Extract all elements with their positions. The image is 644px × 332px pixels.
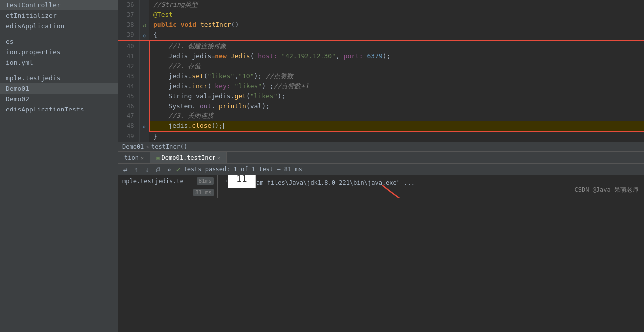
down-arrow-icon[interactable]: ↓	[143, 165, 151, 173]
breadcrumb: Demo01 > testIncr()	[118, 142, 644, 152]
more-icon[interactable]: »	[165, 165, 173, 173]
line-content-39: {	[149, 30, 644, 41]
table-row: 37 @Test	[118, 10, 644, 20]
result-number-box: 11	[228, 175, 256, 188]
test-right-panel: "D:\program files\Java\jdk1.8.0_221\bin\…	[218, 175, 644, 198]
line-number-36: 36	[118, 0, 139, 10]
test-item-label-1: mple.testjedis.te	[122, 178, 184, 185]
line-gutter-41	[139, 51, 149, 61]
tab-demo01-close[interactable]: ✕	[217, 155, 220, 161]
list-item[interactable]: mple.testjedis.te 81ms	[118, 175, 217, 187]
collapse-all-icon[interactable]: ⇄	[121, 165, 129, 173]
line-content-44: jedis.incr( key: "likes") ;//点赞数+1	[149, 81, 644, 91]
line-number-47: 47	[118, 111, 139, 121]
table-row: 44 jedis.incr( key: "likes") ;//点赞数+1	[118, 81, 644, 91]
sidebar-item-ionyml[interactable]: ion.yml	[0, 57, 118, 68]
test-status-text: Tests passed: 1 of 1 test – 81 ms	[183, 166, 302, 173]
line-content-47: //3. 关闭连接	[149, 111, 644, 121]
line-number-43: 43	[118, 71, 139, 81]
line-content-36: //String类型	[149, 0, 644, 10]
line-gutter-38: ↺	[139, 20, 149, 30]
line-gutter-46	[139, 101, 149, 111]
test-left-panel: mple.testjedis.te 81ms 81 ms	[118, 175, 218, 198]
csdn-watermark: CSDN @Java-呆萌老师	[575, 186, 638, 194]
line-gutter-47	[139, 111, 149, 121]
line-content-49: }	[149, 131, 644, 142]
tab-tion-label: tion	[124, 154, 139, 161]
sidebar-item-es[interactable]: es	[0, 36, 118, 47]
sidebar-item-etinitializer[interactable]: etInitializer	[0, 10, 118, 21]
list-item[interactable]: 81 ms	[118, 187, 217, 198]
bottom-tabs: tion ✕ ▣ Demo01.testIncr ✕	[118, 152, 644, 163]
breadcrumb-separator: >	[146, 144, 149, 150]
line-gutter-40	[139, 41, 149, 51]
tab-tion[interactable]: tion ✕	[118, 152, 150, 163]
sidebar-item-demo02[interactable]: Demo02	[0, 94, 118, 104]
line-number-44: 44	[118, 81, 139, 91]
line-content-48: jedis.close();	[149, 121, 644, 131]
line-number-46: 46	[118, 101, 139, 111]
sidebar-item-demo01[interactable]: Demo01	[0, 83, 118, 94]
tab-demo01-testincr[interactable]: ▣ Demo01.testIncr ✕	[150, 152, 227, 163]
line-gutter-36	[139, 0, 149, 10]
up-arrow-icon[interactable]: ↑	[132, 165, 140, 173]
code-table: 36 //String类型 37 @Test 38 ↺ public v	[118, 0, 644, 142]
tab-tion-close[interactable]: ✕	[141, 155, 144, 161]
line-content-43: jedis.set("likes","10"); //点赞数	[149, 71, 644, 81]
line-content-40: //1. 创建连接对象	[149, 41, 644, 51]
line-content-45: String val=jedis.get("likes");	[149, 91, 644, 101]
line-number-42: 42	[118, 61, 139, 71]
line-number-48: 48	[118, 121, 139, 131]
table-row: 42 //2. 存值	[118, 61, 644, 71]
editor-area: 36 //String类型 37 @Test 38 ↺ public v	[118, 0, 644, 332]
line-gutter-39: ◇	[139, 30, 149, 41]
line-number-39: 39	[118, 30, 139, 41]
sidebar-item-ionproperties[interactable]: ion.properties	[0, 47, 118, 57]
test-toolbar: ⇄ ↑ ↓ ⎙ » ✔ Tests passed: 1 of 1 test – …	[118, 164, 644, 175]
line-number-38: 38	[118, 20, 139, 30]
code-wrapper: 36 //String类型 37 @Test 38 ↺ public v	[118, 0, 644, 152]
table-row: 46 System. out. println(val);	[118, 101, 644, 111]
sidebar-item-edisapplication[interactable]: edisApplication	[0, 21, 118, 31]
line-content-38: public void testIncr()	[149, 20, 644, 30]
line-number-40: 40	[118, 41, 139, 51]
sidebar-spacer-1	[0, 31, 118, 36]
bookmark-39[interactable]: ◇	[143, 33, 146, 38]
table-row: 45 String val=jedis.get("likes");	[118, 91, 644, 101]
line-gutter-37	[139, 10, 149, 20]
line-gutter-45	[139, 91, 149, 101]
line-content-41: Jedis jedis=new Jedis( host: "42.192.12.…	[149, 51, 644, 61]
table-row: 48 ◇ jedis.close();	[118, 121, 644, 131]
sidebar-item-testjedis[interactable]: mple.testjedis	[0, 73, 118, 83]
breadcrumb-part-2[interactable]: testIncr()	[151, 143, 187, 150]
test-time-2: 81 ms	[193, 189, 214, 196]
sidebar-spacer-2	[0, 68, 118, 73]
export-icon[interactable]: ⎙	[154, 165, 162, 173]
bookmark-48[interactable]: ◇	[143, 124, 146, 129]
line-gutter-48: ◇	[139, 121, 149, 131]
breadcrumb-part-1[interactable]: Demo01	[122, 143, 144, 150]
tab-demo01-label: Demo01.testIncr	[162, 154, 215, 161]
line-content-42: //2. 存值	[149, 61, 644, 71]
code-container[interactable]: 36 //String类型 37 @Test 38 ↺ public v	[118, 0, 644, 142]
run-icon[interactable]: ↺	[143, 22, 146, 29]
sidebar-item-testcontroller[interactable]: testController	[0, 0, 118, 10]
main-area: testController etInitializer edisApplica…	[0, 0, 644, 332]
line-gutter-42	[139, 61, 149, 71]
result-number: 11	[236, 175, 247, 184]
table-row: 41 Jedis jedis=new Jedis( host: "42.192.…	[118, 51, 644, 61]
sidebar: testController etInitializer edisApplica…	[0, 0, 118, 332]
test-passed-icon: ✔	[176, 165, 180, 173]
line-gutter-43	[139, 71, 149, 81]
line-number-41: 41	[118, 51, 139, 61]
line-number-49: 49	[118, 131, 139, 142]
sidebar-item-edisapplicationtests[interactable]: edisApplicationTests	[0, 104, 118, 114]
table-row: 39 ◇ {	[118, 30, 644, 41]
line-content-46: System. out. println(val);	[149, 101, 644, 111]
test-panel: ⇄ ↑ ↓ ⎙ » ✔ Tests passed: 1 of 1 test – …	[118, 163, 644, 198]
test-time-1: 81ms	[197, 177, 214, 185]
line-gutter-44	[139, 81, 149, 91]
table-row: 43 jedis.set("likes","10"); //点赞数	[118, 71, 644, 81]
line-content-37: @Test	[149, 10, 644, 20]
red-arrow	[367, 180, 447, 198]
